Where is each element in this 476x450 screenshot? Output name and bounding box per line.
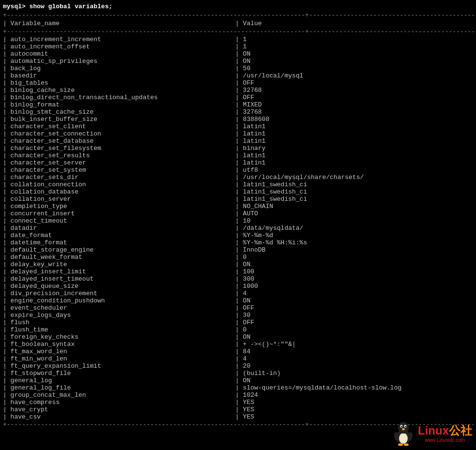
table-row: | datadir| /data/mysqldata/	[0, 225, 476, 232]
table-row: | have_crypt| YES	[0, 406, 476, 413]
var-name: | collation_database	[3, 188, 235, 195]
var-value: | 4	[235, 290, 246, 297]
table-row: | flush| OFF	[0, 319, 476, 326]
var-value: | /usr/local/mysql/share/charsets/	[235, 174, 364, 181]
var-name: | delayed_queue_size	[3, 283, 235, 290]
var-value: | 1	[235, 36, 246, 43]
var-name: | completion_type	[3, 203, 235, 210]
table-row: | back_log| 50	[0, 65, 476, 72]
svg-point-9	[404, 444, 409, 446]
var-value: | utf8	[235, 166, 258, 174]
var-name: | expire_logs_days	[3, 312, 235, 319]
svg-point-5	[401, 426, 402, 427]
var-value: | OFF	[235, 79, 254, 87]
table-row: | auto_increment_increment| 1	[0, 36, 476, 43]
var-value: | latin1	[235, 130, 265, 137]
var-value: | slow-queries=/mysqldata/localhost-slow…	[235, 384, 401, 391]
table-row: | character_set_filesystem| binary	[0, 145, 476, 152]
var-name: | character_set_results	[3, 152, 235, 159]
var-value: | binary	[235, 145, 265, 152]
svg-point-6	[405, 426, 406, 427]
var-name: | general_log_file	[3, 384, 235, 391]
var-name: | general_log	[3, 377, 235, 384]
var-value: | OFF	[235, 304, 254, 312]
var-name: | ft_query_expansion_limit	[3, 362, 235, 370]
table-row: | character_set_server| latin1	[0, 159, 476, 166]
table-row: | default_week_format| 0	[0, 254, 476, 261]
header-col1: | Variable_name	[3, 20, 235, 27]
table-row: | ft_query_expansion_limit| 20	[0, 362, 476, 370]
var-value: | latin1	[235, 152, 265, 159]
table-row: | group_concat_max_len| 1024	[0, 391, 476, 399]
table-row: | delayed_insert_timeout| 300	[0, 275, 476, 283]
var-name: | automatic_sp_privileges	[3, 58, 235, 65]
table-row: | character_sets_dir| /usr/local/mysql/s…	[0, 174, 476, 181]
var-value: | 1024	[235, 391, 258, 399]
var-name: | have_compress	[3, 399, 235, 406]
var-value: | 30	[235, 312, 250, 319]
var-name: | binlog_format	[3, 101, 235, 108]
var-value: | 32768	[235, 87, 262, 94]
table-row: | datetime_format| %Y-%m-%d %H:%i:%s	[0, 239, 476, 246]
table-row: | concurrent_insert| AUTO	[0, 210, 476, 217]
var-value: | 8388608	[235, 116, 269, 123]
table-row: | binlog_format| MIXED	[0, 101, 476, 108]
table-row: | default_storage_engine| InnoDB	[0, 246, 476, 254]
var-value: | ON	[235, 58, 250, 65]
var-name: | delayed_insert_limit	[3, 268, 235, 275]
var-name: | default_week_format	[3, 254, 235, 261]
var-name: | flush	[3, 319, 235, 326]
var-name: | concurrent_insert	[3, 210, 235, 217]
command-line: mysql> show global variables;	[0, 2, 476, 11]
table-row: | collation_database| latin1_swedish_ci	[0, 188, 476, 195]
var-value: | latin1	[235, 159, 265, 166]
var-value: | YES	[235, 399, 254, 406]
brand-highlight: 公社	[449, 424, 472, 437]
var-name: | div_precision_increment	[3, 290, 235, 297]
var-value: | ON	[235, 377, 250, 384]
var-value: | 84	[235, 348, 250, 355]
var-value: | NO_CHAIN	[235, 203, 273, 210]
var-name: | ft_stopword_file	[3, 370, 235, 377]
var-value: | 1	[235, 43, 246, 50]
var-value: | latin1	[235, 123, 265, 130]
terminal-window: mysql> show global variables; +---------…	[0, 0, 476, 450]
table-row: | bulk_insert_buffer_size| 8388608	[0, 116, 476, 123]
var-value: | 20	[235, 362, 250, 370]
watermark: Linux公社 www.Linuxidc.com	[392, 421, 472, 446]
var-name: | bulk_insert_buffer_size	[3, 116, 235, 123]
var-value: | /usr/local/mysql	[235, 72, 303, 79]
var-name: | basedir	[3, 72, 235, 79]
var-name: | ft_max_word_len	[3, 348, 235, 355]
brand-main: Linux公社	[418, 424, 472, 437]
var-value: | 0	[235, 326, 246, 333]
brand-linux: Linux	[418, 424, 449, 437]
table-row: | character_set_client| latin1	[0, 123, 476, 130]
var-name: | foreign_key_checks	[3, 333, 235, 341]
table-row: | have_csv| YES	[0, 413, 476, 420]
table-row: | binlog_direct_non_transactional_update…	[0, 94, 476, 101]
table-row: | auto_increment_offset| 1	[0, 43, 476, 50]
var-value: | 100	[235, 268, 254, 275]
var-value: | AUTO	[235, 210, 258, 217]
var-value: | ON	[235, 50, 250, 58]
var-value: | ON	[235, 297, 250, 304]
table-row: | event_scheduler| OFF	[0, 304, 476, 312]
var-name: | character_set_client	[3, 123, 235, 130]
table-row: | completion_type| NO_CHAIN	[0, 203, 476, 210]
table-row: | flush_time| 0	[0, 326, 476, 333]
table-row: | character_set_database| latin1	[0, 137, 476, 145]
svg-point-7	[402, 428, 405, 430]
var-name: | binlog_stmt_cache_size	[3, 108, 235, 116]
table-row: | expire_logs_days| 30	[0, 312, 476, 319]
var-name: | character_set_system	[3, 166, 235, 174]
separator-top: +---------------------------------------…	[0, 11, 476, 19]
var-name: | character_set_server	[3, 159, 235, 166]
var-value: | %Y-%m-%d %H:%i:%s	[235, 239, 307, 246]
var-value: | 300	[235, 275, 254, 283]
var-name: | datadir	[3, 225, 235, 232]
var-value: | 1000	[235, 283, 258, 290]
var-name: | auto_increment_offset	[3, 43, 235, 50]
var-value: | latin1_swedish_ci	[235, 181, 307, 188]
table-row: | delay_key_write| ON	[0, 261, 476, 268]
